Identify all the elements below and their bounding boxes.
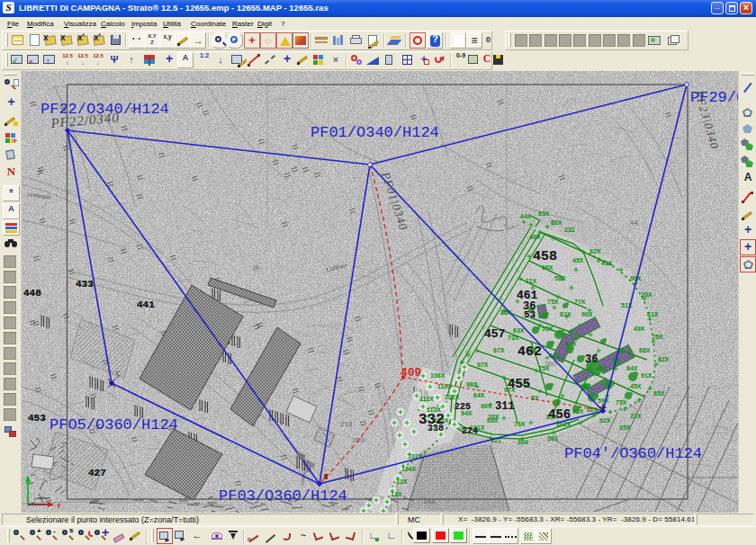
svg-text:441: 441 (137, 299, 155, 310)
svg-text:44: 44 (630, 219, 638, 227)
svg-text:PF04ʹ/O360/H124: PF04ʹ/O360/H124 (564, 445, 702, 462)
svg-text:90X: 90X (581, 311, 593, 317)
svg-text:5: 5 (115, 370, 120, 380)
svg-text:462: 462 (518, 344, 542, 360)
svg-text:225: 225 (454, 402, 471, 412)
svg-text:458: 458 (533, 249, 557, 264)
svg-text:104X: 104X (401, 466, 417, 472)
svg-text:45X: 45X (596, 365, 608, 371)
svg-text:89X: 89X (487, 417, 499, 424)
svg-text:44X: 44X (520, 213, 532, 219)
svg-text:21X: 21X (630, 413, 642, 419)
svg-text:82X: 82X (658, 356, 670, 362)
svg-text:457: 457 (484, 327, 505, 341)
svg-text:304: 304 (518, 439, 528, 445)
svg-text:87X: 87X (493, 347, 505, 353)
svg-text:di: di (253, 264, 258, 272)
svg-text:4X: 4X (583, 383, 591, 389)
svg-text:PFO5/O360/H124: PFO5/O360/H124 (50, 416, 178, 433)
svg-text:90X: 90X (481, 403, 492, 409)
svg-text:311: 311 (495, 400, 515, 413)
svg-text:80X: 80X (565, 341, 577, 347)
svg-text:98X: 98X (466, 381, 478, 388)
svg-text:76X: 76X (514, 421, 526, 427)
svg-text:75X: 75X (538, 365, 550, 371)
svg-text:84X: 84X (626, 365, 638, 371)
svg-text:61X: 61X (647, 311, 659, 317)
svg-text:97X: 97X (477, 362, 489, 368)
svg-text:81X: 81X (560, 311, 572, 317)
svg-text:73X: 73X (508, 335, 519, 341)
svg-text:453: 453 (28, 413, 46, 424)
svg-text:31X: 31X (396, 478, 408, 485)
svg-text:303: 303 (547, 435, 558, 442)
svg-text:91X: 91X (641, 372, 652, 379)
svg-text:220: 220 (353, 436, 365, 444)
svg-text:427: 427 (88, 468, 106, 478)
svg-text:448: 448 (23, 288, 41, 299)
svg-text:58X: 58X (554, 275, 566, 281)
svg-text:82X: 82X (590, 248, 601, 255)
svg-text:46X: 46X (529, 234, 541, 240)
svg-text:112X: 112X (419, 396, 434, 402)
svg-text:409: 409 (400, 366, 422, 380)
svg-text:218: 218 (340, 420, 353, 428)
svg-text:86X: 86X (551, 219, 562, 226)
svg-text:35X: 35X (619, 424, 631, 431)
svg-text:65X: 65X (653, 390, 665, 397)
svg-text:64X: 64X (473, 392, 485, 398)
svg-text:75X: 75X (547, 299, 559, 305)
svg-text:11X: 11X (526, 278, 536, 284)
svg-text:41X: 41X (601, 260, 613, 266)
svg-text:36: 36 (585, 353, 598, 366)
svg-text:433: 433 (76, 279, 94, 290)
svg-text:75X: 75X (616, 399, 627, 406)
svg-text:224: 224 (462, 426, 478, 436)
svg-text:55X: 55X (542, 326, 554, 332)
svg-text:231: 231 (564, 227, 575, 233)
svg-text:49X: 49X (634, 326, 645, 332)
svg-text:75X: 75X (652, 334, 663, 340)
svg-text:77X: 77X (574, 299, 586, 305)
svg-text:102X: 102X (445, 394, 460, 400)
svg-text:53: 53 (524, 309, 536, 320)
svg-text:45X: 45X (572, 257, 584, 264)
svg-text:332: 332 (418, 412, 445, 428)
svg-text:Y: Y (57, 503, 61, 509)
svg-text:20X: 20X (641, 291, 652, 298)
svg-text:59X: 59X (598, 398, 609, 404)
svg-text:63X: 63X (513, 327, 525, 334)
svg-text:455: 455 (508, 377, 530, 391)
svg-text:PF01/O340/H124: PF01/O340/H124 (310, 124, 439, 141)
svg-text:88X: 88X (639, 347, 651, 353)
svg-text:13X: 13X (391, 491, 402, 497)
svg-text:108X: 108X (430, 372, 446, 379)
svg-text:66X: 66X (542, 264, 554, 271)
svg-text:92X: 92X (599, 417, 611, 424)
svg-text:110X: 110X (437, 383, 452, 389)
svg-text:83X: 83X (538, 210, 550, 217)
svg-text:92X: 92X (572, 408, 584, 415)
svg-text:PF03/O360/H124: PF03/O360/H124 (219, 487, 347, 505)
svg-text:45X: 45X (630, 383, 642, 389)
